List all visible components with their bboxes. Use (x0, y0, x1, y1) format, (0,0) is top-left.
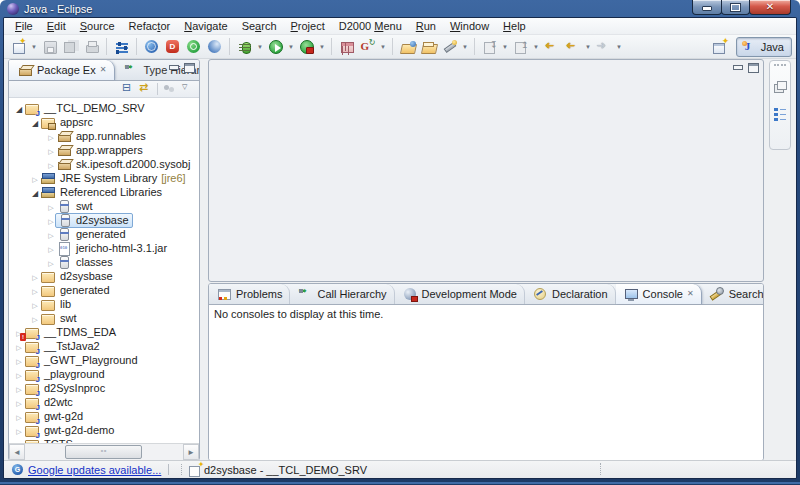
menu-file[interactable]: File (8, 19, 40, 33)
menu-run[interactable]: Run (409, 19, 443, 33)
tab-development-mode[interactable]: Development Mode (395, 284, 525, 304)
tab-console[interactable]: Console✕ (616, 284, 702, 304)
previous-annotation-dropdown[interactable]: ▼ (531, 37, 541, 57)
expand-arrow-icon[interactable] (46, 158, 56, 170)
tree-item[interactable]: d2sysbase (9, 269, 199, 283)
tab-problems[interactable]: Problems (209, 284, 290, 304)
menu-search[interactable]: Search (235, 19, 284, 33)
view-menu-button[interactable] (178, 82, 196, 97)
wizard-shortcut-icon[interactable] (188, 462, 204, 478)
scrollbar-thumb[interactable] (65, 445, 143, 459)
scroll-right-button[interactable]: ► (183, 444, 199, 460)
close-window-button[interactable]: ✕ (749, 0, 791, 15)
tree-item[interactable]: jericho-html-3.1.jar (9, 241, 199, 255)
d2000-cnf-button[interactable] (204, 37, 225, 57)
restore-view-icon[interactable] (772, 80, 788, 96)
menu-refactor[interactable]: Refactor (122, 19, 178, 33)
gwt-compile-dropdown[interactable]: ▼ (378, 37, 388, 57)
expand-arrow-icon[interactable] (14, 382, 24, 394)
expand-arrow-icon[interactable] (30, 172, 40, 184)
scroll-left-button[interactable]: ◄ (9, 444, 25, 460)
external-tools-button[interactable] (296, 37, 317, 57)
tree-item[interactable]: _playground (9, 367, 199, 381)
tree-item[interactable]: __TstJava2 (9, 339, 199, 353)
d2000-hi-button[interactable] (162, 37, 183, 57)
tree-item[interactable]: Referenced Libraries (9, 185, 199, 199)
expand-arrow-icon[interactable] (30, 284, 40, 296)
search-dropdown[interactable]: ▼ (460, 37, 470, 57)
expand-arrow-icon[interactable] (14, 424, 24, 436)
previous-annotation-button[interactable] (510, 37, 531, 57)
menu-project[interactable]: Project (284, 19, 332, 33)
last-edit-location-button[interactable] (541, 37, 562, 57)
project-tree[interactable]: __TCL_DEMO_SRV appsrc app.runnables app.… (9, 98, 199, 444)
print-button[interactable] (81, 37, 102, 57)
tree-item[interactable]: app.runnables (9, 129, 199, 143)
debug-dropdown[interactable]: ▼ (255, 37, 265, 57)
link-with-editor-button[interactable] (137, 82, 155, 97)
scrollbar-track[interactable] (25, 444, 183, 460)
title-bar[interactable]: Java - Eclipse ✕ (0, 0, 800, 18)
d2000-gr-button[interactable] (183, 37, 204, 57)
expand-arrow-icon[interactable] (46, 130, 56, 142)
menu-source[interactable]: Source (73, 19, 122, 33)
tree-item[interactable]: generated (9, 283, 199, 297)
open-perspective-button[interactable] (710, 37, 731, 57)
open-resource-button[interactable] (418, 37, 439, 57)
tree-item[interactable]: gwt-g2d (9, 409, 199, 423)
expand-arrow-icon[interactable] (14, 102, 24, 114)
tree-item[interactable]: sk.ipesoft.d2000.sysobj (9, 157, 199, 171)
menu-window[interactable]: Window (443, 19, 496, 33)
gwt-compile-button[interactable] (357, 37, 378, 57)
tree-item[interactable]: gwt-g2d-demo (9, 423, 199, 437)
d2000-browser-button[interactable] (141, 37, 162, 57)
expand-arrow-icon[interactable] (46, 200, 56, 212)
close-tab-icon[interactable]: ✕ (687, 290, 694, 298)
tree-item[interactable]: lib (9, 297, 199, 311)
tree-item[interactable]: d2SysInproc (9, 381, 199, 395)
next-annotation-button[interactable] (479, 37, 500, 57)
google-updates-link[interactable]: Google updates available... (28, 464, 161, 476)
debug-button[interactable] (234, 37, 255, 57)
drag-handle[interactable] (774, 64, 786, 72)
editor-area[interactable] (208, 59, 764, 282)
tree-item[interactable]: d2wtc (9, 395, 199, 409)
back-button[interactable] (562, 37, 583, 57)
outline-view-icon[interactable] (772, 105, 788, 121)
tree-item[interactable]: classes (9, 255, 199, 269)
expand-arrow-icon[interactable] (14, 368, 24, 380)
forward-button[interactable] (593, 37, 614, 57)
tab-package-explorer[interactable]: Package Ex ✕ (9, 60, 115, 80)
maximize-view-button[interactable] (184, 63, 195, 73)
tree-item[interactable]: swt (9, 199, 199, 213)
tree-item[interactable]: app.wrappers (9, 143, 199, 157)
save-all-button[interactable] (60, 37, 81, 57)
expand-arrow-icon[interactable] (14, 410, 24, 422)
expand-arrow-icon[interactable] (14, 340, 24, 352)
tab-declaration[interactable]: Declaration (525, 284, 616, 304)
tree-item[interactable]: generated (9, 227, 199, 241)
save-button[interactable] (39, 37, 60, 57)
expand-arrow-icon[interactable] (46, 228, 56, 240)
maximize-editor-button[interactable] (748, 63, 759, 73)
minimize-editor-button[interactable] (732, 63, 743, 73)
expand-arrow-icon[interactable] (14, 396, 24, 408)
close-tab-icon[interactable]: ✕ (100, 66, 107, 74)
tree-item[interactable]: JRE System Library[jre6] (9, 171, 199, 185)
open-type-button[interactable] (397, 37, 418, 57)
run-dropdown[interactable]: ▼ (286, 37, 296, 57)
new-wizard-button[interactable] (8, 37, 29, 57)
tree-item-selected[interactable]: d2sysbase (9, 213, 199, 227)
tree-item[interactable]: __TCL_DEMO_SRV (9, 101, 199, 115)
forward-dropdown[interactable]: ▼ (614, 37, 624, 57)
run-button[interactable] (265, 37, 286, 57)
minimize-view-button[interactable] (168, 63, 179, 73)
expand-arrow-icon[interactable] (30, 312, 40, 324)
menu-edit[interactable]: Edit (40, 19, 73, 33)
external-tools-dropdown[interactable]: ▼ (317, 37, 327, 57)
menu-d2000[interactable]: D2000 Menu (332, 19, 409, 33)
d2000-settings-button[interactable] (111, 37, 132, 57)
back-dropdown[interactable]: ▼ (583, 37, 593, 57)
menu-help[interactable]: Help (496, 19, 533, 33)
expand-arrow-icon[interactable] (30, 298, 40, 310)
